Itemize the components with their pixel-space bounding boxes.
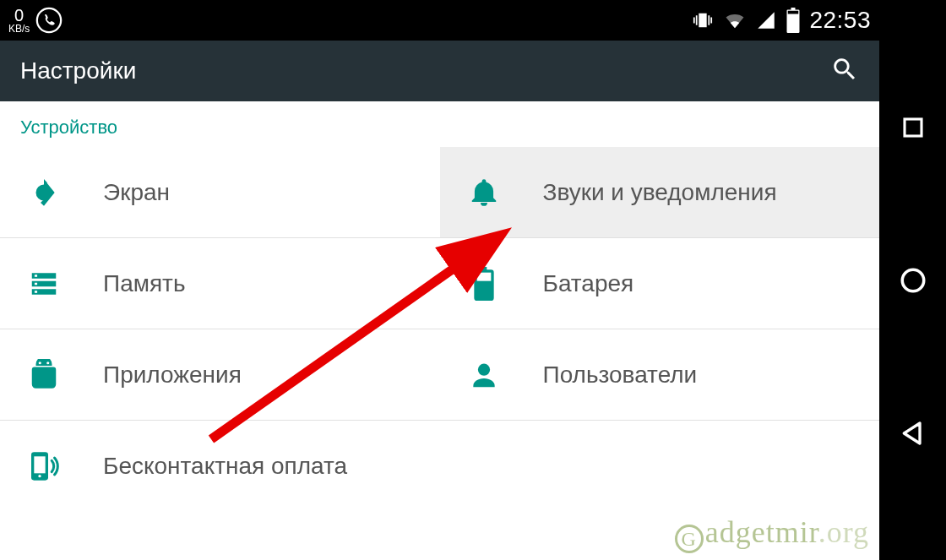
svg-rect-3 — [35, 282, 37, 285]
screen-content: 0 KB/s 22:53 — [0, 0, 879, 560]
search-button[interactable] — [830, 55, 859, 87]
settings-item-nfc[interactable]: Бесконтактная оплата — [0, 421, 439, 512]
display-icon — [25, 177, 63, 209]
svg-rect-14 — [905, 119, 922, 136]
back-button[interactable] — [896, 416, 930, 450]
storage-icon — [25, 268, 63, 300]
circle-icon — [899, 266, 927, 295]
app-bar: Настройки — [0, 41, 879, 101]
recent-apps-button[interactable] — [896, 111, 930, 144]
svg-point-11 — [38, 475, 41, 477]
system-nav-bar — [879, 0, 946, 560]
bell-icon — [465, 177, 503, 209]
settings-item-label: Приложения — [103, 362, 242, 389]
settings-item-sound[interactable]: Звуки и уведомления — [440, 147, 880, 238]
svg-rect-1 — [788, 11, 799, 14]
battery-settings-icon — [465, 267, 503, 301]
svg-rect-10 — [34, 456, 45, 473]
signal-icon — [755, 9, 777, 31]
battery-icon — [786, 8, 801, 33]
settings-list: Экран Звуки и уведомления Память Батарея — [0, 147, 879, 512]
wifi-icon — [723, 8, 747, 32]
svg-point-7 — [46, 362, 49, 364]
settings-item-label: Звуки и уведомления — [543, 179, 777, 206]
nfc-icon — [25, 449, 63, 483]
section-header-device: Устройство — [0, 101, 879, 147]
home-button[interactable] — [896, 264, 930, 297]
settings-item-display[interactable]: Экран — [0, 147, 440, 238]
settings-item-label: Бесконтактная оплата — [103, 453, 347, 480]
settings-item-label: Пользователи — [543, 362, 698, 389]
settings-item-users[interactable]: Пользователи — [440, 329, 880, 421]
triangle-back-icon — [900, 420, 927, 447]
settings-item-battery[interactable]: Батарея — [440, 238, 880, 329]
square-icon — [900, 115, 926, 140]
svg-point-8 — [477, 363, 489, 375]
viber-icon — [35, 6, 63, 35]
settings-item-label: Экран — [103, 179, 170, 206]
settings-item-label: Батарея — [543, 270, 634, 297]
status-bar: 0 KB/s 22:53 — [0, 0, 879, 41]
svg-point-15 — [902, 269, 924, 291]
svg-rect-4 — [35, 291, 37, 293]
page-title: Настройки — [20, 57, 136, 84]
svg-rect-2 — [35, 275, 37, 277]
settings-item-storage[interactable]: Память — [0, 238, 440, 329]
svg-point-6 — [39, 362, 41, 364]
user-icon — [465, 359, 503, 391]
clock: 22:53 — [809, 7, 871, 34]
network-speed-indicator: 0 KB/s — [8, 7, 30, 34]
apps-icon — [25, 359, 63, 391]
vibrate-icon — [691, 8, 715, 32]
svg-point-0 — [37, 8, 61, 32]
speed-value: 0 — [14, 7, 24, 24]
watermark: Gadgetmir.org — [675, 514, 869, 553]
search-icon — [830, 55, 859, 84]
speed-unit: KB/s — [8, 24, 30, 34]
settings-item-label: Память — [103, 270, 186, 297]
svg-rect-5 — [476, 272, 491, 280]
settings-item-apps[interactable]: Приложения — [0, 329, 440, 421]
